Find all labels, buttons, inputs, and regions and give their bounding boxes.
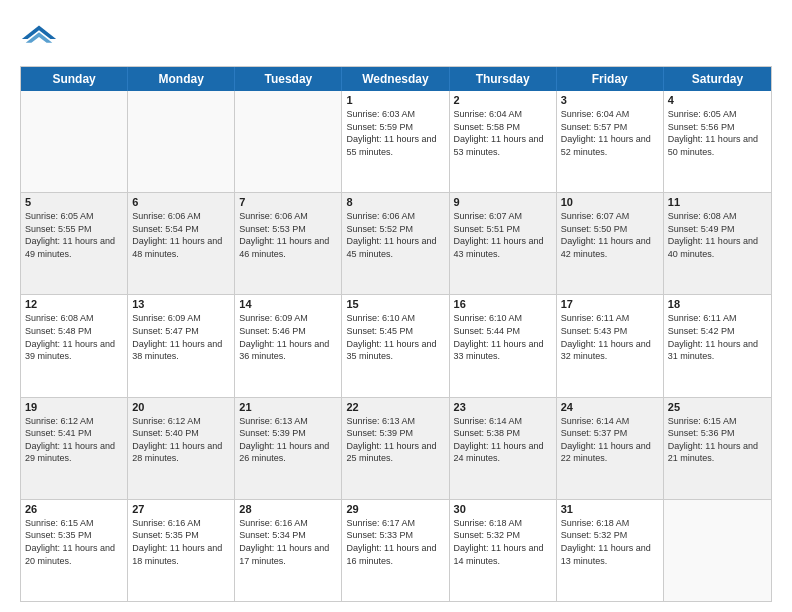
day-cell: 25Sunrise: 6:15 AM Sunset: 5:36 PM Dayli… [664,398,771,499]
day-cell: 4Sunrise: 6:05 AM Sunset: 5:56 PM Daylig… [664,91,771,192]
day-cell: 15Sunrise: 6:10 AM Sunset: 5:45 PM Dayli… [342,295,449,396]
day-header-wednesday: Wednesday [342,67,449,91]
day-number: 2 [454,94,552,106]
day-cell: 21Sunrise: 6:13 AM Sunset: 5:39 PM Dayli… [235,398,342,499]
week-row: 1Sunrise: 6:03 AM Sunset: 5:59 PM Daylig… [21,91,771,193]
day-info: Sunrise: 6:10 AM Sunset: 5:45 PM Dayligh… [346,312,444,362]
day-info: Sunrise: 6:18 AM Sunset: 5:32 PM Dayligh… [454,517,552,567]
day-info: Sunrise: 6:17 AM Sunset: 5:33 PM Dayligh… [346,517,444,567]
day-number: 3 [561,94,659,106]
day-number: 10 [561,196,659,208]
day-header-saturday: Saturday [664,67,771,91]
day-number: 4 [668,94,767,106]
day-number: 20 [132,401,230,413]
day-number: 23 [454,401,552,413]
day-cell: 7Sunrise: 6:06 AM Sunset: 5:53 PM Daylig… [235,193,342,294]
day-info: Sunrise: 6:04 AM Sunset: 5:57 PM Dayligh… [561,108,659,158]
day-number: 22 [346,401,444,413]
day-cell: 30Sunrise: 6:18 AM Sunset: 5:32 PM Dayli… [450,500,557,601]
day-number: 13 [132,298,230,310]
day-number: 7 [239,196,337,208]
day-cell [235,91,342,192]
day-cell: 16Sunrise: 6:10 AM Sunset: 5:44 PM Dayli… [450,295,557,396]
day-info: Sunrise: 6:06 AM Sunset: 5:53 PM Dayligh… [239,210,337,260]
day-number: 18 [668,298,767,310]
day-number: 11 [668,196,767,208]
day-cell: 14Sunrise: 6:09 AM Sunset: 5:46 PM Dayli… [235,295,342,396]
day-cell: 27Sunrise: 6:16 AM Sunset: 5:35 PM Dayli… [128,500,235,601]
day-cell: 5Sunrise: 6:05 AM Sunset: 5:55 PM Daylig… [21,193,128,294]
day-cell: 8Sunrise: 6:06 AM Sunset: 5:52 PM Daylig… [342,193,449,294]
day-cell: 13Sunrise: 6:09 AM Sunset: 5:47 PM Dayli… [128,295,235,396]
day-headers: SundayMondayTuesdayWednesdayThursdayFrid… [21,67,771,91]
day-info: Sunrise: 6:12 AM Sunset: 5:41 PM Dayligh… [25,415,123,465]
day-cell: 22Sunrise: 6:13 AM Sunset: 5:39 PM Dayli… [342,398,449,499]
day-info: Sunrise: 6:11 AM Sunset: 5:43 PM Dayligh… [561,312,659,362]
day-number: 1 [346,94,444,106]
day-info: Sunrise: 6:07 AM Sunset: 5:50 PM Dayligh… [561,210,659,260]
day-cell: 19Sunrise: 6:12 AM Sunset: 5:41 PM Dayli… [21,398,128,499]
calendar-body: 1Sunrise: 6:03 AM Sunset: 5:59 PM Daylig… [21,91,771,601]
day-cell: 18Sunrise: 6:11 AM Sunset: 5:42 PM Dayli… [664,295,771,396]
day-cell: 24Sunrise: 6:14 AM Sunset: 5:37 PM Dayli… [557,398,664,499]
day-info: Sunrise: 6:16 AM Sunset: 5:35 PM Dayligh… [132,517,230,567]
day-number: 12 [25,298,123,310]
day-info: Sunrise: 6:09 AM Sunset: 5:47 PM Dayligh… [132,312,230,362]
logo-icon [20,18,58,56]
day-info: Sunrise: 6:13 AM Sunset: 5:39 PM Dayligh… [346,415,444,465]
day-header-thursday: Thursday [450,67,557,91]
day-cell: 31Sunrise: 6:18 AM Sunset: 5:32 PM Dayli… [557,500,664,601]
week-row: 19Sunrise: 6:12 AM Sunset: 5:41 PM Dayli… [21,398,771,500]
day-cell: 9Sunrise: 6:07 AM Sunset: 5:51 PM Daylig… [450,193,557,294]
day-cell: 11Sunrise: 6:08 AM Sunset: 5:49 PM Dayli… [664,193,771,294]
day-info: Sunrise: 6:14 AM Sunset: 5:37 PM Dayligh… [561,415,659,465]
day-info: Sunrise: 6:08 AM Sunset: 5:49 PM Dayligh… [668,210,767,260]
day-number: 6 [132,196,230,208]
day-cell: 2Sunrise: 6:04 AM Sunset: 5:58 PM Daylig… [450,91,557,192]
day-info: Sunrise: 6:11 AM Sunset: 5:42 PM Dayligh… [668,312,767,362]
day-info: Sunrise: 6:15 AM Sunset: 5:36 PM Dayligh… [668,415,767,465]
day-number: 25 [668,401,767,413]
day-info: Sunrise: 6:09 AM Sunset: 5:46 PM Dayligh… [239,312,337,362]
day-info: Sunrise: 6:03 AM Sunset: 5:59 PM Dayligh… [346,108,444,158]
day-info: Sunrise: 6:07 AM Sunset: 5:51 PM Dayligh… [454,210,552,260]
day-header-friday: Friday [557,67,664,91]
day-number: 19 [25,401,123,413]
day-number: 21 [239,401,337,413]
day-info: Sunrise: 6:05 AM Sunset: 5:55 PM Dayligh… [25,210,123,260]
day-number: 24 [561,401,659,413]
day-number: 9 [454,196,552,208]
day-number: 8 [346,196,444,208]
header [20,18,772,56]
day-cell: 3Sunrise: 6:04 AM Sunset: 5:57 PM Daylig… [557,91,664,192]
day-cell: 23Sunrise: 6:14 AM Sunset: 5:38 PM Dayli… [450,398,557,499]
day-cell [664,500,771,601]
day-cell: 28Sunrise: 6:16 AM Sunset: 5:34 PM Dayli… [235,500,342,601]
day-info: Sunrise: 6:18 AM Sunset: 5:32 PM Dayligh… [561,517,659,567]
day-info: Sunrise: 6:10 AM Sunset: 5:44 PM Dayligh… [454,312,552,362]
day-info: Sunrise: 6:06 AM Sunset: 5:54 PM Dayligh… [132,210,230,260]
day-info: Sunrise: 6:13 AM Sunset: 5:39 PM Dayligh… [239,415,337,465]
day-cell: 12Sunrise: 6:08 AM Sunset: 5:48 PM Dayli… [21,295,128,396]
day-cell: 29Sunrise: 6:17 AM Sunset: 5:33 PM Dayli… [342,500,449,601]
day-number: 27 [132,503,230,515]
logo [20,18,64,56]
day-cell [128,91,235,192]
day-cell: 20Sunrise: 6:12 AM Sunset: 5:40 PM Dayli… [128,398,235,499]
day-cell: 6Sunrise: 6:06 AM Sunset: 5:54 PM Daylig… [128,193,235,294]
day-number: 29 [346,503,444,515]
calendar: SundayMondayTuesdayWednesdayThursdayFrid… [20,66,772,602]
day-info: Sunrise: 6:12 AM Sunset: 5:40 PM Dayligh… [132,415,230,465]
day-number: 15 [346,298,444,310]
day-cell: 1Sunrise: 6:03 AM Sunset: 5:59 PM Daylig… [342,91,449,192]
day-cell: 26Sunrise: 6:15 AM Sunset: 5:35 PM Dayli… [21,500,128,601]
day-header-sunday: Sunday [21,67,128,91]
page: SundayMondayTuesdayWednesdayThursdayFrid… [0,0,792,612]
day-number: 17 [561,298,659,310]
day-number: 26 [25,503,123,515]
week-row: 26Sunrise: 6:15 AM Sunset: 5:35 PM Dayli… [21,500,771,601]
day-number: 5 [25,196,123,208]
day-cell: 17Sunrise: 6:11 AM Sunset: 5:43 PM Dayli… [557,295,664,396]
day-number: 14 [239,298,337,310]
day-number: 28 [239,503,337,515]
